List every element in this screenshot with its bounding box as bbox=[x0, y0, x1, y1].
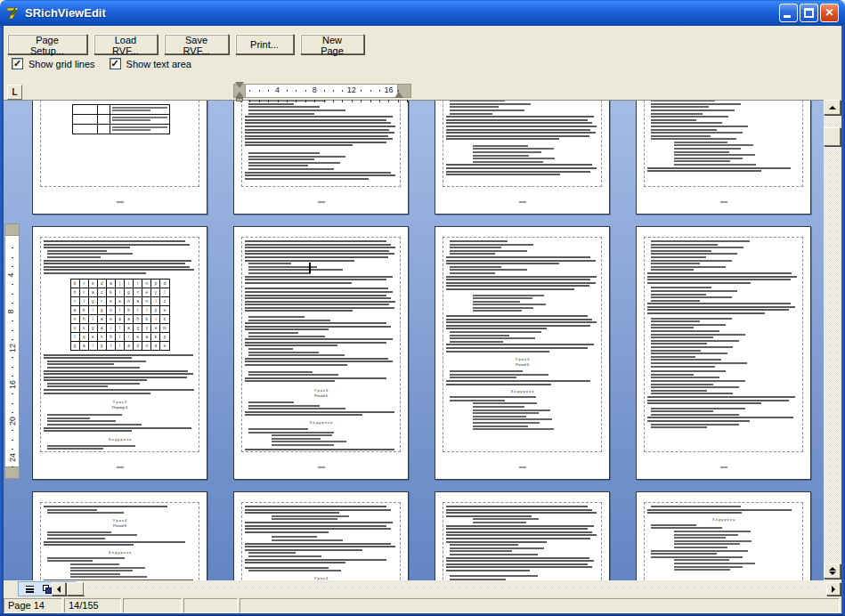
horizontal-ruler[interactable]: 481216 bbox=[233, 82, 411, 104]
page-text-area bbox=[644, 100, 803, 187]
right-indent-marker[interactable] bbox=[394, 92, 403, 98]
new-page-button[interactable]: New Page bbox=[300, 34, 364, 54]
document-page[interactable]: У р о к 4 bbox=[435, 491, 610, 580]
page-text-area: У р о к 4 bbox=[443, 502, 602, 580]
status-bar: Page 1414/155 bbox=[4, 598, 841, 613]
status-panel bbox=[183, 598, 238, 613]
bottom-bar bbox=[4, 580, 841, 598]
scroll-right-button[interactable] bbox=[826, 582, 841, 596]
ruler-top-cap bbox=[4, 223, 20, 236]
page-number bbox=[318, 466, 325, 468]
page-text-area bbox=[241, 100, 401, 187]
document-page[interactable] bbox=[435, 100, 610, 215]
ruler-bottom-cap bbox=[4, 466, 20, 479]
ruler-number: 16 bbox=[8, 380, 17, 389]
vertical-ruler[interactable]: 4812162024 bbox=[4, 223, 20, 479]
first-line-indent-marker[interactable] bbox=[235, 82, 244, 88]
app-icon bbox=[5, 5, 21, 21]
page-setup-button[interactable]: Page Setup... bbox=[7, 34, 87, 54]
page-number bbox=[720, 466, 727, 468]
tab-selector-button[interactable]: L bbox=[7, 85, 22, 100]
left-indent-marker[interactable] bbox=[236, 98, 243, 101]
ruler-number: 4 bbox=[6, 272, 15, 277]
status-page-label: Page 14 bbox=[4, 598, 62, 613]
show-grid-lines-checkbox[interactable]: ✓Show grid lines bbox=[12, 58, 95, 69]
document-page[interactable] bbox=[32, 100, 207, 215]
document-page[interactable]: У р о к 4Period 8Х о д у р о к а bbox=[32, 491, 207, 580]
document-page[interactable]: Х о д у р о к а bbox=[636, 491, 811, 580]
page-text-area bbox=[40, 100, 199, 187]
status-panel bbox=[123, 598, 182, 613]
document-page[interactable]: bredajilnpdhrackigreylrlgreenanlcakigolb… bbox=[32, 226, 207, 480]
page-text-area: У р о к 4Period 8Х о д у р о к а bbox=[40, 502, 199, 580]
page-text-area bbox=[644, 237, 803, 452]
page-number bbox=[519, 201, 526, 203]
checkbox-label: Show grid lines bbox=[28, 59, 95, 69]
horizontal-scrollbar-track[interactable] bbox=[84, 582, 825, 596]
ruler-number: 16 bbox=[384, 85, 393, 94]
document-page[interactable] bbox=[636, 100, 811, 215]
app-window: SRichViewEdit ✕ Page Setup...Load RVF...… bbox=[0, 0, 845, 616]
vertical-scrollbar-thumb[interactable] bbox=[824, 127, 841, 146]
ruler-number: 8 bbox=[313, 85, 317, 94]
window-border-left bbox=[0, 26, 4, 616]
page-number bbox=[720, 201, 727, 203]
page-number bbox=[318, 201, 325, 203]
hanging-indent-marker[interactable] bbox=[235, 92, 244, 98]
letter-grid-table: bredajilnpdhrackigreylrlgreenanlcakigolb… bbox=[70, 279, 170, 351]
document-page[interactable]: У р о к 3Period 6Х о д у р о к а bbox=[435, 226, 610, 480]
ruler-number: 24 bbox=[8, 453, 17, 462]
document-page[interactable] bbox=[233, 100, 409, 215]
checkbox-label: Show text area bbox=[126, 59, 191, 69]
document-page-current[interactable]: У р о к 3Period 6Х о д у р о к а bbox=[233, 226, 409, 480]
ruler-number: 4 bbox=[275, 85, 280, 94]
ruler-number: 12 bbox=[8, 344, 17, 353]
scroll-up-button[interactable] bbox=[824, 100, 841, 115]
window-border-right bbox=[841, 26, 845, 616]
show-text-area-checkbox[interactable]: ✓Show text area bbox=[110, 58, 191, 69]
checkbox-check-icon: ✓ bbox=[12, 58, 23, 69]
title-bar: SRichViewEdit ✕ bbox=[0, 0, 845, 26]
page-text-area: У р о к 4 bbox=[241, 502, 401, 580]
page-text-area: У р о к 3Period 6Х о д у р о к а bbox=[241, 237, 401, 452]
page-text-area: У р о к 3Period 6Х о д у р о к а bbox=[443, 237, 602, 452]
minimize-button[interactable] bbox=[779, 4, 798, 22]
scroll-jump-button[interactable] bbox=[824, 563, 841, 579]
save-rvf-button[interactable]: Save RVF... bbox=[164, 34, 229, 54]
toolbar: Page Setup...Load RVF...Save RVF...Print… bbox=[4, 26, 841, 100]
window-title: SRichViewEdit bbox=[25, 6, 779, 20]
page-text-area bbox=[443, 100, 602, 187]
status-page-fraction: 14/155 bbox=[64, 598, 121, 613]
ruler-number: 12 bbox=[347, 85, 356, 94]
list-view-icon bbox=[26, 586, 34, 593]
maximize-button[interactable] bbox=[800, 4, 818, 22]
document-page[interactable]: У р о к 4 bbox=[233, 491, 409, 580]
checkbox-check-icon: ✓ bbox=[110, 58, 121, 69]
ruler-number: 8 bbox=[6, 309, 15, 313]
close-button[interactable]: ✕ bbox=[820, 4, 839, 22]
ruler-number: 20 bbox=[8, 417, 17, 426]
load-rvf-button[interactable]: Load RVF... bbox=[93, 34, 158, 54]
document-page[interactable] bbox=[636, 226, 811, 480]
view-mode-list-button[interactable] bbox=[23, 583, 37, 596]
text-caret bbox=[309, 263, 311, 273]
page-table bbox=[72, 104, 169, 134]
page-text-area: bredajilnpdhrackigreylrlgreenanlcakigolb… bbox=[40, 237, 199, 452]
page-number bbox=[117, 201, 124, 203]
print-button[interactable]: Print... bbox=[235, 34, 294, 54]
vertical-scrollbar[interactable] bbox=[824, 100, 841, 580]
page-text-area: Х о д у р о к а bbox=[644, 502, 803, 580]
page-number bbox=[117, 466, 124, 468]
page-number bbox=[519, 466, 526, 468]
horizontal-scrollbar-thumb[interactable] bbox=[67, 582, 84, 596]
scroll-left-button[interactable] bbox=[52, 582, 66, 596]
document-preview-canvas[interactable]: 4812162024 bredajilnpdhrackigreylrlgreen… bbox=[4, 100, 824, 580]
pages-view-icon bbox=[43, 585, 52, 594]
status-panel bbox=[240, 598, 840, 613]
